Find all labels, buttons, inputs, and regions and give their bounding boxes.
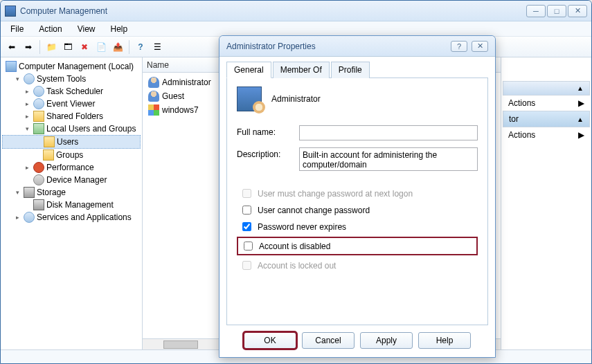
description-label: Description: <box>237 147 299 159</box>
dialog-help-button[interactable]: ? <box>451 41 467 52</box>
description-row: Description: Built-in account for admini… <box>237 147 478 171</box>
expander-icon[interactable]: ▸ <box>23 87 31 95</box>
tree-label: Event Viewer <box>46 99 95 109</box>
computer-icon <box>6 61 17 72</box>
export-icon[interactable]: 📤 <box>111 40 125 54</box>
dialog-close-button[interactable]: ✕ <box>472 41 488 52</box>
tree-label: System Tools <box>37 74 86 84</box>
close-button[interactable]: ✕ <box>568 5 587 17</box>
tree-node-groups[interactable]: Groups <box>2 149 141 161</box>
tree-node-storage[interactable]: ▾Storage <box>2 186 141 199</box>
checkbox-label: Account is disabled <box>259 242 330 251</box>
expander-icon[interactable]: ▸ <box>23 112 31 120</box>
menu-help[interactable]: Help <box>104 23 135 35</box>
tree-label: Storage <box>37 188 66 197</box>
cancel-button[interactable]: Cancel <box>302 332 355 349</box>
list-item-label: windows7 <box>162 105 199 115</box>
actions-collapse-1[interactable]: ▲ <box>503 81 590 95</box>
tree-label: Users <box>57 137 78 147</box>
tab-profile[interactable]: Profile <box>331 62 370 78</box>
checkbox-input[interactable] <box>244 242 253 251</box>
dialog-title: Administrator Properties <box>226 42 451 51</box>
user-icon <box>148 91 159 102</box>
expander-icon[interactable]: ▾ <box>13 75 21 83</box>
fullname-row: Full name: <box>237 125 478 140</box>
administrator-properties-dialog: Administrator Properties ? ✕ General Mem… <box>219 35 496 358</box>
checkbox-label: Account is locked out <box>258 261 336 271</box>
up-icon[interactable]: 📁 <box>44 40 58 54</box>
expander-icon[interactable] <box>33 138 42 146</box>
back-icon[interactable]: ⬅ <box>5 40 19 54</box>
expander-icon[interactable]: ▾ <box>13 188 21 197</box>
delete-icon[interactable]: ✖ <box>78 40 91 54</box>
tree-label: Task Scheduler <box>46 87 103 96</box>
checkbox-input[interactable] <box>242 222 251 231</box>
tree-node-disk-management[interactable]: Disk Management <box>2 199 141 211</box>
tree-node-event-viewer[interactable]: ▸Event Viewer <box>2 98 141 110</box>
dialog-titlebar: Administrator Properties ? ✕ <box>219 36 495 57</box>
forward-icon[interactable]: ➡ <box>21 40 35 54</box>
tab-general[interactable]: General <box>226 62 271 78</box>
tree-label: Device Manager <box>46 175 107 185</box>
tree-label: Groups <box>56 150 83 160</box>
help-button[interactable]: Help <box>418 332 471 349</box>
menu-file[interactable]: File <box>3 23 30 35</box>
checkbox-user-must-change-password-at-next-logon: User must change password at next logon <box>240 187 478 200</box>
separator <box>39 40 40 54</box>
tree-node-local-users-and-groups[interactable]: ▾Local Users and Groups <box>2 122 141 135</box>
expander-icon[interactable] <box>23 176 31 184</box>
column-name[interactable]: Name <box>147 60 169 70</box>
tree-root[interactable]: Computer Management (Local) <box>2 60 141 73</box>
checkbox-account-is-disabled[interactable]: Account is disabled <box>237 237 478 255</box>
help-icon[interactable]: ? <box>134 40 147 54</box>
expander-icon[interactable]: ▸ <box>23 163 31 172</box>
tab-member-of[interactable]: Member Of <box>273 62 330 78</box>
minimize-button[interactable]: ─ <box>526 5 546 17</box>
properties-icon[interactable]: 🗔 <box>61 40 75 54</box>
actions-pane: ▲ Actions▶ tor▲ Actions▶ <box>501 57 591 349</box>
tree-node-device-manager[interactable]: Device Manager <box>2 174 141 186</box>
actions-header[interactable]: Actions▶ <box>503 95 590 111</box>
actions-more[interactable]: Actions▶ <box>503 127 590 143</box>
ok-button[interactable]: OK <box>244 332 296 349</box>
window-title: Computer Management <box>20 6 526 16</box>
tree-label: Shared Folders <box>46 111 103 121</box>
menu-action[interactable]: Action <box>32 23 69 35</box>
checkbox-user-cannot-change-password[interactable]: User cannot change password <box>240 203 478 217</box>
user-header: Administrator <box>237 87 478 111</box>
tool-icon <box>33 86 44 97</box>
expander-icon[interactable] <box>23 201 31 209</box>
list-item-label: Guest <box>162 91 184 101</box>
gear-icon <box>33 174 44 185</box>
expander-icon[interactable]: ▸ <box>13 213 21 221</box>
refresh-icon[interactable]: 📄 <box>94 40 108 54</box>
list-icon[interactable]: ☰ <box>150 40 164 54</box>
description-input[interactable]: Built-in account for administering the c… <box>299 147 478 171</box>
tree-node-services-and-applications[interactable]: ▸Services and Applications <box>2 211 141 224</box>
dialog-body: General Member Of Profile Administrator … <box>219 57 495 357</box>
tool-icon <box>24 212 35 223</box>
checkbox-input[interactable] <box>242 206 251 215</box>
user-icon <box>148 77 159 88</box>
menu-view[interactable]: View <box>71 23 102 35</box>
tree-node-task-scheduler[interactable]: ▸Task Scheduler <box>2 85 141 98</box>
scroll-thumb[interactable] <box>163 340 198 349</box>
maximize-button[interactable]: □ <box>547 5 566 17</box>
actions-collapse-2[interactable]: tor▲ <box>503 111 590 127</box>
window-controls: ─ □ ✕ <box>526 5 587 17</box>
folder-icon <box>33 111 44 122</box>
tree-node-system-tools[interactable]: ▾System Tools <box>2 73 141 85</box>
checkbox-password-never-expires[interactable]: Password never expires <box>240 220 478 233</box>
tree-node-performance[interactable]: ▸Performance <box>2 161 141 174</box>
expander-icon[interactable] <box>33 151 41 159</box>
navigation-tree[interactable]: Computer Management (Local) ▾System Tool… <box>1 57 143 349</box>
tree-node-shared-folders[interactable]: ▸Shared Folders <box>2 110 141 122</box>
fullname-input[interactable] <box>299 125 478 140</box>
expander-icon[interactable]: ▾ <box>23 125 31 133</box>
folder-icon <box>43 149 54 161</box>
separator <box>129 40 129 54</box>
tab-content-general: Administrator Full name: Description: Bu… <box>226 78 488 325</box>
apply-button[interactable]: Apply <box>360 332 413 349</box>
expander-icon[interactable]: ▸ <box>23 100 31 108</box>
tree-node-users[interactable]: Users <box>2 135 141 149</box>
